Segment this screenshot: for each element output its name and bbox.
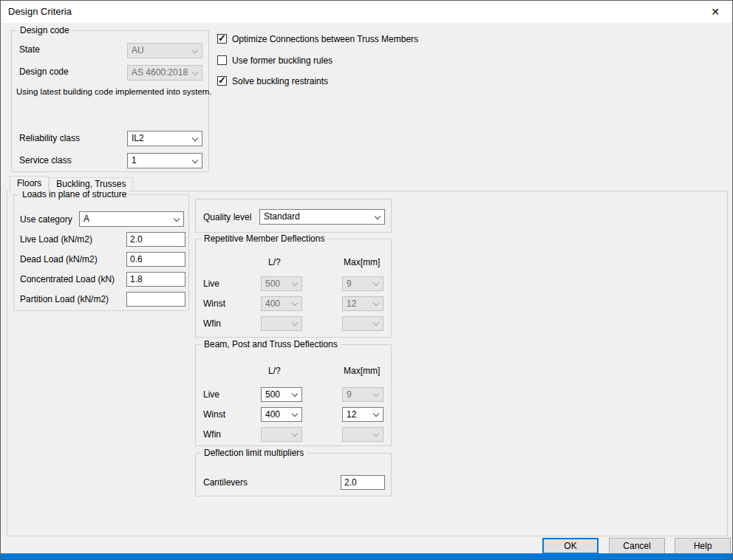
beam-deflections-title: Beam, Post and Truss Deflections [201, 339, 341, 349]
bottom-accent-strip [1, 553, 732, 559]
partition-load-input[interactable] [126, 292, 185, 307]
design-code-label: Design code [19, 66, 69, 77]
state-label: State [19, 44, 40, 55]
combo-value: 12 [347, 297, 371, 310]
cantilevers-label: Cantilevers [203, 477, 248, 488]
repetitive-wfin-l-select [261, 316, 302, 331]
chevron-down-icon [292, 391, 298, 397]
chevron-down-icon [373, 320, 379, 326]
combo-value: 500 [265, 277, 290, 290]
repetitive-winst-l-select: 400 [261, 296, 302, 311]
chevron-down-icon [373, 280, 379, 286]
checkbox-icon[interactable] [217, 34, 227, 44]
service-class-select[interactable]: 1 [127, 153, 202, 168]
chevron-down-icon [192, 134, 198, 140]
chevron-down-icon [174, 215, 180, 221]
l-over-header: L/? [268, 257, 281, 267]
beam-row-winst: Winst 400 12 [203, 407, 383, 423]
live-load-label: Live Load (kN/m2) [20, 234, 92, 245]
max-mm-header: Max[mm] [344, 257, 380, 267]
repetitive-row-winst: Winst 400 12 [203, 296, 383, 312]
chevron-down-icon [373, 411, 379, 417]
row-label: Wfin [203, 318, 221, 329]
repetitive-deflections-group: Repetitive Member Deflections L/? Max[mm… [195, 239, 392, 338]
repetitive-live-max-select: 9 [342, 276, 383, 291]
chevron-down-icon [373, 300, 379, 306]
combo-value: 12 [347, 408, 371, 421]
tab-floors[interactable]: Floors [10, 176, 49, 191]
quality-level-value: Standard [264, 210, 372, 224]
l-over-header: L/? [268, 366, 281, 376]
design-code-select: AS 4600:2018 [127, 65, 202, 81]
partition-load-label: Partition Load (kN/m2) [20, 294, 109, 304]
beam-wfin-l-select [261, 427, 302, 442]
row-label: Winst [203, 409, 225, 420]
service-class-label: Service class [19, 155, 72, 165]
repetitive-row-live: Live 500 9 [203, 276, 383, 292]
dead-load-input[interactable] [126, 252, 185, 267]
deflection-multipliers-group: Deflection limit multipliers Cantilevers [195, 453, 392, 496]
combo-value: 500 [265, 388, 290, 401]
repetitive-row-wfin: Wfin [203, 316, 383, 332]
beam-live-max-select: 9 [342, 387, 383, 402]
cantilevers-input[interactable] [341, 475, 385, 490]
use-category-label: Use category [20, 214, 72, 225]
design-code-note: Using latest building code implemented i… [16, 86, 212, 97]
chevron-down-icon [292, 411, 298, 417]
chevron-down-icon [373, 431, 379, 437]
tabstrip: Floors Buckling, Trusses [10, 176, 133, 191]
design-criteria-dialog: Design Criteria ✕ Design code State AU D… [0, 0, 733, 560]
repetitive-deflections-title: Repetitive Member Deflections [201, 233, 327, 244]
design-code-select-value: AS 4600:2018 [132, 66, 190, 80]
reliability-class-value: IL2 [132, 132, 190, 146]
beam-deflections-group: Beam, Post and Truss Deflections L/? Max… [195, 344, 392, 446]
repetitive-live-l-select: 500 [261, 276, 302, 291]
quality-group: Quality level Standard [195, 199, 392, 233]
beam-live-l-select[interactable]: 500 [261, 387, 302, 402]
deflection-multipliers-title: Deflection limit multipliers [201, 448, 307, 458]
combo-value: 9 [347, 277, 371, 290]
combo-value: 400 [265, 297, 290, 310]
concentrated-load-input[interactable] [126, 272, 185, 287]
combo-value: 9 [347, 388, 371, 401]
concentrated-load-label: Concentrated Load (kN) [20, 274, 115, 284]
loads-group: Loads in plane of structure Use category… [13, 194, 189, 311]
chevron-down-icon [192, 157, 198, 163]
chevron-down-icon [373, 391, 379, 397]
reliability-class-select[interactable]: IL2 [127, 131, 202, 146]
quality-level-select[interactable]: Standard [259, 209, 385, 225]
use-category-select[interactable]: A [79, 211, 184, 227]
checkbox-label: Use former buckling rules [232, 55, 333, 66]
checkbox-icon[interactable] [217, 55, 227, 65]
close-icon[interactable]: ✕ [698, 1, 732, 23]
help-button[interactable]: Help [675, 538, 731, 554]
chevron-down-icon [192, 69, 198, 75]
chevron-down-icon [292, 280, 298, 286]
tab-buckling-trusses[interactable]: Buckling, Trusses [49, 177, 133, 191]
live-load-input[interactable] [126, 232, 185, 247]
chevron-down-icon [292, 431, 298, 437]
row-label: Live [203, 389, 219, 400]
beam-wfin-max-select [342, 427, 383, 442]
window-title: Design Criteria [8, 1, 72, 23]
checkbox-icon[interactable] [217, 76, 227, 86]
design-code-group: Design code State AU Design code AS 4600… [11, 30, 209, 172]
chevron-down-icon [292, 320, 298, 326]
chevron-down-icon [192, 47, 198, 52]
cancel-button[interactable]: Cancel [609, 538, 665, 554]
beam-winst-l-select[interactable]: 400 [261, 407, 302, 422]
ok-button[interactable]: OK [542, 538, 599, 554]
checkbox-label: Solve buckling restraints [232, 76, 328, 86]
beam-row-wfin: Wfin [203, 427, 383, 443]
design-code-group-title: Design code [17, 25, 72, 35]
chevron-down-icon [375, 213, 381, 219]
combo-value: 400 [265, 408, 290, 421]
beam-winst-max-select[interactable]: 12 [342, 407, 383, 422]
row-label: Live [203, 279, 219, 289]
state-select-value: AU [132, 44, 190, 58]
titlebar: Design Criteria ✕ [1, 1, 732, 23]
service-class-value: 1 [132, 154, 190, 168]
chevron-down-icon [292, 300, 298, 306]
dead-load-label: Dead Load (kN/m2) [20, 254, 98, 264]
use-category-value: A [83, 212, 171, 226]
